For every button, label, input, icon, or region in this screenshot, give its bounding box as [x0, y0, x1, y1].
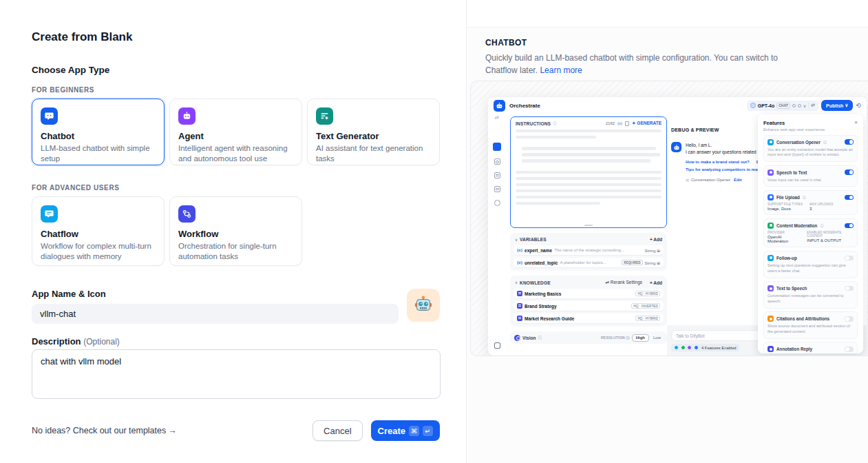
citations-icon [768, 316, 774, 322]
create-button[interactable]: Create ⌘ ↵ [371, 420, 440, 441]
bot-avatar [671, 142, 681, 152]
dataset-badge: HQ · INVERTED [631, 303, 660, 309]
robot-emoji-icon [414, 296, 433, 315]
chevron-down-icon: ∨ [803, 103, 806, 108]
feature-toggle [845, 256, 854, 261]
divider [808, 103, 809, 108]
app-type-card-chatbot[interactable]: Chatbot LLM-based chatbot with simple se… [32, 99, 165, 165]
features-panel: Features Enhance web app user experience… [758, 114, 863, 353]
feature-desc: You are an entity extraction model that … [768, 147, 854, 158]
card-desc: Workflow for complex multi-turn dialogue… [41, 241, 156, 262]
enter-key-icon: ↵ [423, 426, 433, 436]
type-icon: ⊞ [657, 261, 660, 265]
knowledge-row: Marketing Basics HQ · HYBRID [514, 289, 664, 298]
app-name-block: App Name & Icon [32, 289, 440, 324]
variable-type: String ⊞ [645, 248, 660, 253]
feature-card-file-upload: File Upload ⓘ SUPPORT FILE TYPESImage, D… [763, 190, 858, 216]
feature-name: Annotation Reply [776, 347, 812, 351]
knowledge-title: KNOWLEDGE [520, 280, 551, 285]
history-icon: ⟲ [856, 102, 861, 109]
templates-link[interactable]: No ideas? Check out our templates→ [32, 426, 177, 435]
resize-handle [584, 225, 593, 226]
knowledge-row: Market Research Guide HQ · HYBRID [514, 313, 664, 323]
card-title: Chatflow [41, 229, 156, 239]
dataset-icon [517, 316, 522, 321]
prompt-column: INSTRUCTIONS ⓘ 2182 {x} ✦ GENERATE [510, 116, 667, 344]
app-type-card-chatflow[interactable]: Chatflow Workflow for complex multi-turn… [32, 196, 165, 266]
choose-app-type-heading: Choose App Type [32, 65, 440, 75]
variables-title: VARIABLES [520, 237, 547, 242]
annotation-reply-icon [768, 346, 774, 352]
create-app-page: Create from Blank Choose App Type FOR BE… [0, 0, 868, 463]
add-variable-button: + Add [650, 237, 662, 242]
variable-icon: {x} [517, 248, 522, 252]
instructions-header: INSTRUCTIONS ⓘ 2182 {x} ✦ GENERATE [516, 121, 661, 126]
dataset-name: Brand Strategy [525, 304, 557, 309]
resolution-low-option: Low [651, 335, 663, 341]
vision-icon [514, 335, 520, 341]
settings-icon [798, 104, 801, 107]
suggestion-link: How to make a brand stand out? [686, 160, 750, 164]
app-icon-picker[interactable] [407, 289, 440, 322]
preview-top-strip [467, 0, 868, 28]
publish-button: Publish ∨ [821, 100, 853, 111]
conversation-opener-icon [768, 139, 774, 145]
chevron-down-icon: ∨ [515, 280, 518, 285]
frame-icon [494, 342, 500, 349]
instructions-title: INSTRUCTIONS [516, 121, 551, 126]
feature-name: Citations and Attributions [776, 316, 829, 321]
app-avatar-icon [494, 100, 505, 112]
variable-row: {x} expert_name The name of the strategi… [514, 245, 664, 255]
info-icon: ⓘ [820, 223, 823, 227]
learn-more-link[interactable]: Learn more [540, 65, 582, 75]
create-from-blank-dialog: Create from Blank Choose App Type FOR BE… [0, 0, 467, 463]
model-provider-icon [750, 103, 756, 108]
chatflow-icon [41, 205, 58, 223]
preview-description-text: Quickly build an LLM-based chatbot with … [485, 53, 778, 75]
globe-icon [494, 200, 500, 206]
description-optional-text: (Optional) [83, 337, 120, 347]
knowledge-panel: ∨ KNOWLEDGE ⇄ Rerank Settings + Add Mark… [510, 276, 667, 327]
feature-toggle [845, 316, 854, 322]
app-type-card-text-generator[interactable]: Text Generator AI assistant for text gen… [307, 99, 440, 165]
footer-buttons: Cancel Create ⌘ ↵ [313, 420, 440, 441]
prompt-tab-icon [493, 143, 501, 151]
cancel-button[interactable]: Cancel [313, 420, 362, 441]
rerank-settings: ⇄ Rerank Settings [605, 280, 642, 285]
greeting-text: Hello, I am L. I can answer your questio… [686, 142, 756, 156]
dataset-name: Market Research Guide [525, 316, 574, 321]
chevron-down-icon: ∨ [845, 103, 848, 108]
feature-name: Follow-up [776, 256, 797, 260]
feature-toggle [845, 347, 854, 352]
agent-icon [178, 107, 195, 125]
preview-type-label: CHATBOT [485, 38, 850, 48]
feature-card-conversation-opener: Conversation Opener ⓘ You are an entity … [763, 135, 858, 163]
section-label-advanced: FOR ADVANCED USERS [32, 184, 440, 192]
orchestrate-topbar: Orchestrate GPT-4o CHAT ∨ ⇄ [488, 97, 867, 114]
description-textarea[interactable]: chat with vllm model [32, 349, 441, 399]
app-type-card-workflow[interactable]: Workflow Orchestration for single-turn a… [169, 196, 302, 266]
variable-icon: {x} [617, 121, 622, 125]
card-title: Text Generator [316, 131, 431, 141]
feature-toggle [845, 223, 854, 229]
orchestrate-preview-card: Orchestrate GPT-4o CHAT ∨ ⇄ [488, 97, 867, 356]
card-desc: AI assistant for text generation tasks [316, 143, 431, 164]
variable-key: expert_name [525, 248, 552, 253]
feature-card-follow-up: Follow-up Setting up next questions sugg… [763, 251, 858, 278]
info-icon: ⓘ [553, 121, 557, 126]
dataset-badge: HQ · HYBRID [635, 316, 660, 321]
variable-desc: The name of the strategic consulting... [554, 248, 642, 252]
page-title: Create from Blank [32, 30, 440, 44]
card-desc: Orchestration for single-turn automation… [178, 241, 293, 262]
app-name-input[interactable] [32, 304, 399, 324]
variables-panel: ∨ VARIABLES + Add {x} expert_name The na… [510, 233, 667, 271]
dataset-name: Marketing Basics [525, 291, 561, 296]
speech-to-text-icon [768, 169, 774, 176]
follow-up-icon [768, 255, 774, 261]
rerank-icon: ⇄ [605, 280, 608, 285]
type-icon: ⊞ [657, 249, 660, 253]
app-type-card-agent[interactable]: Agent Intelligent agent with reasoning a… [169, 99, 302, 165]
content-moderation-icon [768, 223, 774, 229]
templates-link-text: No ideas? Check out our templates [32, 426, 166, 435]
vision-row: Vision ⓘ RESOLUTION ⓘ High Low [510, 331, 667, 344]
